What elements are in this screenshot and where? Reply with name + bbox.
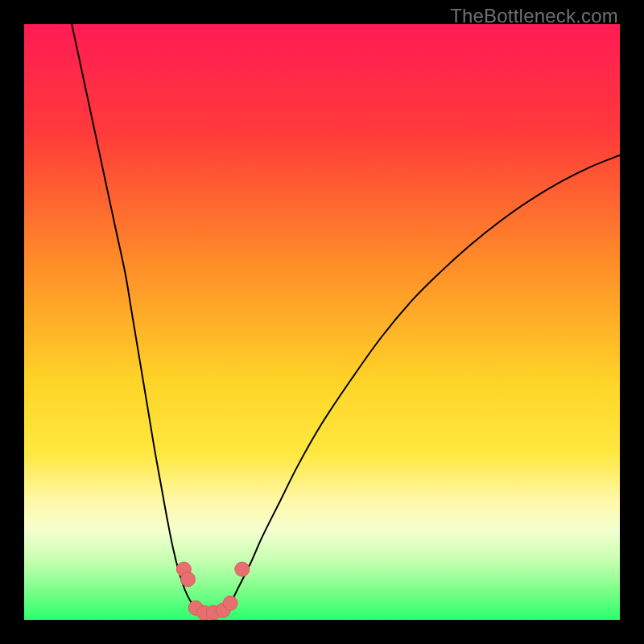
highlight-dot (235, 562, 250, 576)
chart-background (24, 24, 620, 620)
highlight-dot (223, 596, 237, 610)
bottleneck-chart (24, 24, 620, 620)
chart-frame (24, 24, 620, 620)
highlight-dot (181, 572, 196, 587)
